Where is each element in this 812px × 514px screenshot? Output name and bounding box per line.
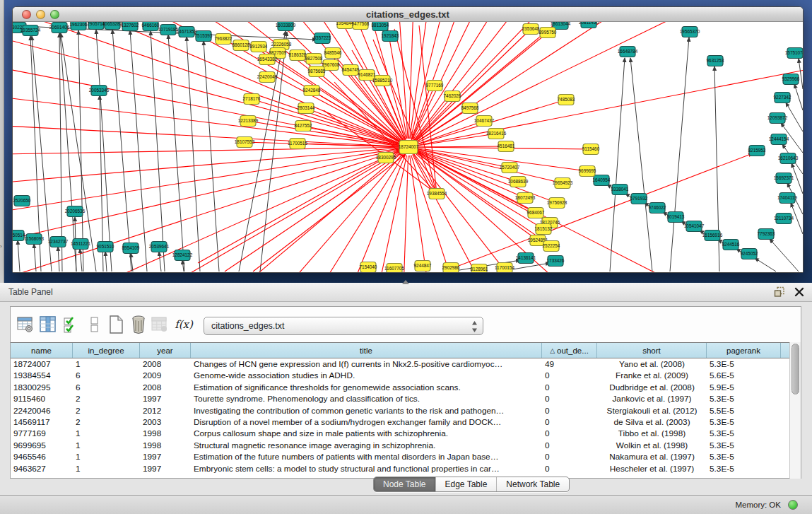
graph-node[interactable]: 19565370	[680, 27, 700, 37]
graph-node[interactable]: 10467437	[474, 116, 495, 127]
graph-edge[interactable]	[112, 30, 131, 271]
graph-node[interactable]: 8427552	[295, 121, 312, 132]
graph-edge[interactable]	[80, 249, 82, 271]
graph-edge[interactable]	[18, 240, 20, 271]
scrollbar-thumb[interactable]	[792, 344, 799, 395]
graph-node[interactable]: 7485083	[558, 95, 575, 105]
network-view[interactable]: 6302271193557242069140619623062905714106…	[13, 22, 803, 272]
graph-node[interactable]: 1733426	[547, 256, 565, 267]
graph-node[interactable]: 8128961	[471, 264, 488, 273]
graph-edge[interactable]	[755, 258, 776, 271]
delete-column-button[interactable]	[128, 313, 149, 336]
citation-network-graph[interactable]: 6302271193557242069140619623062905714106…	[13, 22, 803, 272]
select-all-button[interactable]	[60, 313, 81, 336]
column-header-in_degree[interactable]: in_degree	[73, 343, 140, 358]
graph-node[interactable]: 9115460	[582, 144, 600, 155]
graph-node[interactable]: 10688639	[508, 177, 529, 187]
graph-node[interactable]: 8454749	[342, 65, 360, 76]
graph-node[interactable]: 9875685	[308, 66, 326, 77]
graph-edge[interactable]	[187, 37, 200, 271]
graph-node[interactable]: 11607705	[384, 264, 404, 273]
graph-node[interactable]: 19384554	[427, 189, 447, 199]
graph-node[interactable]: 8497568	[461, 103, 479, 114]
graph-node[interactable]: 9227342	[774, 93, 792, 103]
graph-node[interactable]: 14136141	[516, 253, 536, 264]
graph-edge[interactable]	[60, 33, 76, 271]
graph-node[interactable]: 18724007	[399, 141, 419, 154]
graph-edge[interactable]	[334, 82, 437, 194]
graph-node[interactable]: 19355724	[20, 25, 41, 36]
graph-node[interactable]: 1640954	[593, 175, 611, 186]
column-header-out_de[interactable]: △out_de...	[542, 343, 597, 358]
graph-node[interactable]: 18107553	[235, 137, 255, 148]
graph-node[interactable]: 18300295	[376, 153, 396, 163]
tab-edge-table[interactable]: Edge Table	[436, 477, 498, 491]
table-row[interactable]: 2242004622012Investigating the contribut…	[11, 405, 790, 416]
graph-edge[interactable]	[770, 239, 799, 271]
graph-edge[interactable]	[105, 252, 107, 271]
graph-node[interactable]: 12342737	[48, 237, 69, 247]
graph-node[interactable]: 4516481	[498, 141, 515, 152]
graph-edge[interactable]	[96, 30, 112, 271]
graph-edge[interactable]	[159, 252, 161, 271]
graph-node[interactable]: 2902986	[442, 263, 460, 273]
graph-node[interactable]: 20206536	[65, 206, 86, 217]
graph-node[interactable]: 7792363	[758, 229, 775, 240]
graph-node[interactable]: 16033809	[276, 22, 296, 31]
graph-node[interactable]: 2520650	[13, 196, 31, 206]
graph-node[interactable]: 20053346	[89, 86, 110, 96]
graph-node[interactable]: 9245052	[741, 249, 758, 259]
graph-node[interactable]: 8813054	[372, 22, 389, 31]
graph-node[interactable]: 12213389	[238, 116, 259, 127]
graph-node[interactable]: 8186328	[289, 50, 307, 61]
graph-node[interactable]: 11700515	[288, 139, 307, 149]
graph-node[interactable]: 9244847	[414, 261, 432, 271]
graph-node[interactable]: 16156916	[702, 230, 723, 241]
graph-node[interactable]: 9242848	[303, 86, 321, 96]
deselect-all-button[interactable]	[84, 313, 105, 336]
graph-node[interactable]: 15692371	[774, 173, 794, 184]
graph-node[interactable]: 18216416	[486, 129, 507, 139]
graph-node[interactable]: 10653287	[102, 22, 123, 30]
graph-node[interactable]: 15751074	[785, 48, 803, 59]
graph-node[interactable]: 1327602	[122, 22, 139, 31]
graph-edge[interactable]	[34, 244, 36, 271]
graph-edge[interactable]	[408, 147, 563, 183]
column-header-pagerank[interactable]: pagerank	[707, 343, 781, 358]
graph-node[interactable]: 7462026	[444, 91, 461, 102]
graph-node[interactable]: 8995750	[539, 28, 557, 38]
graph-node[interactable]: 7963822	[215, 34, 233, 45]
graph-node[interactable]: 9777169	[426, 81, 444, 91]
table-row[interactable]: 1456911722003Disruption of a novel membe…	[11, 416, 790, 428]
graph-node[interactable]: 14511221	[71, 239, 90, 250]
graph-node[interactable]: 8485546	[324, 48, 342, 59]
graph-node[interactable]: 16648784	[618, 47, 638, 57]
network-window-titlebar[interactable]: citations_edges.txt	[13, 7, 803, 22]
graph-edge[interactable]	[799, 59, 803, 89]
graph-node[interactable]: 7515393	[195, 31, 213, 42]
graph-node[interactable]: 19756928	[547, 198, 567, 209]
graph-node[interactable]: 11568093	[24, 234, 44, 245]
graph-node[interactable]: 1815132	[535, 224, 553, 235]
table-row[interactable]: 1938455462009Genome-wide association stu…	[11, 370, 790, 381]
graph-edge[interactable]	[786, 103, 803, 132]
graph-edge[interactable]	[444, 153, 753, 271]
graph-node[interactable]: 1921843	[382, 31, 399, 42]
graph-node[interactable]: 1962306	[70, 22, 88, 30]
graph-node[interactable]: 6791932	[630, 194, 648, 204]
graph-node[interactable]: 2353648	[522, 24, 540, 35]
graph-node[interactable]: 8912934	[250, 42, 268, 52]
graph-node[interactable]: 12824122	[172, 250, 193, 261]
tab-node-table[interactable]: Node Table	[374, 477, 436, 491]
graph-node[interactable]: 9329966	[782, 74, 800, 85]
graph-node[interactable]: 17404119	[777, 193, 797, 204]
memory-status-indicator[interactable]	[788, 500, 798, 510]
graph-node[interactable]: 8357223	[314, 33, 331, 44]
graph-node[interactable]: 12093872	[767, 113, 788, 124]
graph-node[interactable]: 8860128	[233, 40, 250, 51]
graph-node[interactable]: 16543382	[257, 54, 278, 65]
graph-node[interactable]: 9631253	[707, 56, 724, 66]
table-selector-dropdown[interactable]: citations_edges.txt	[204, 317, 483, 335]
graph-node[interactable]: 20539641	[149, 242, 170, 252]
close-panel-icon[interactable]	[794, 286, 805, 298]
